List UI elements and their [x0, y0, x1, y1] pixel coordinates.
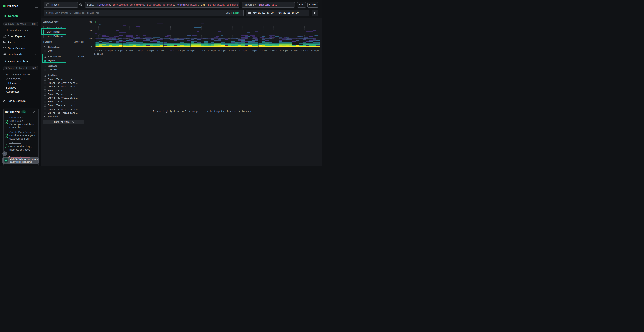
- svg-text:8:45pm: 8:45pm: [301, 49, 308, 52]
- svg-text:400: 400: [89, 29, 92, 32]
- svg-text:5/26/25: 5/26/25: [94, 52, 103, 55]
- svg-text:0: 0: [91, 46, 92, 48]
- svg-text:6:00pm: 6:00pm: [188, 49, 195, 52]
- svg-text:3:45pm: 3:45pm: [95, 49, 102, 52]
- svg-text:6:30pm: 6:30pm: [208, 49, 216, 52]
- svg-text:8:00pm: 8:00pm: [270, 49, 278, 52]
- svg-text:5:15pm: 5:15pm: [156, 49, 164, 52]
- svg-text:4:45pm: 4:45pm: [136, 49, 144, 52]
- svg-text:Please highlight an outlier ra: Please highlight an outlier range in the…: [153, 110, 254, 113]
- svg-text:6:15pm: 6:15pm: [198, 49, 205, 52]
- svg-text:7:45pm: 7:45pm: [260, 49, 267, 52]
- svg-text:5:45pm: 5:45pm: [177, 49, 185, 52]
- svg-text:4:15pm: 4:15pm: [115, 49, 123, 52]
- svg-text:200: 200: [89, 38, 92, 40]
- svg-text:8:30pm: 8:30pm: [290, 49, 298, 52]
- svg-text:4:30pm: 4:30pm: [126, 49, 133, 52]
- svg-text:600: 600: [89, 21, 92, 24]
- svg-text:7:30pm: 7:30pm: [249, 49, 257, 52]
- svg-text:9:00pm: 9:00pm: [311, 49, 319, 52]
- svg-text:4:00pm: 4:00pm: [105, 49, 113, 52]
- svg-text:5:00pm: 5:00pm: [146, 49, 154, 52]
- svg-text:7:15pm: 7:15pm: [239, 49, 247, 52]
- svg-text:5:30pm: 5:30pm: [167, 49, 174, 52]
- svg-text:7:00pm: 7:00pm: [228, 49, 236, 52]
- svg-text:8:15pm: 8:15pm: [280, 49, 288, 52]
- svg-text:6:45pm: 6:45pm: [218, 49, 226, 52]
